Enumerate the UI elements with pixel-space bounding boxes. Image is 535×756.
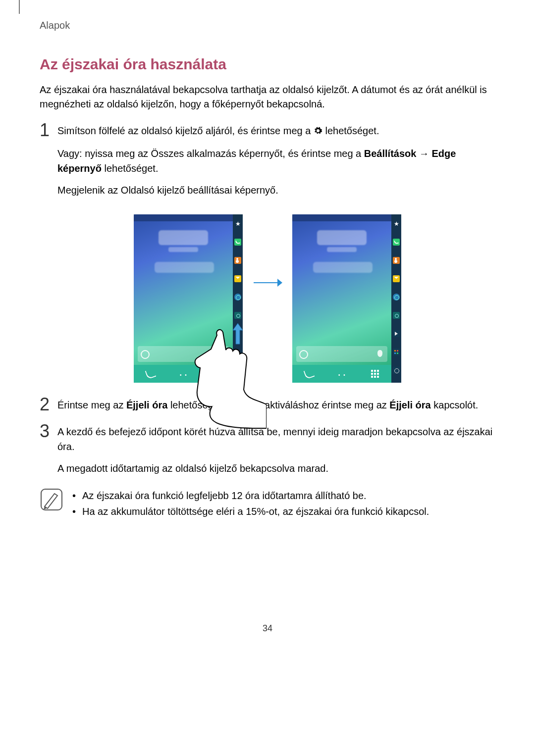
nav-dock bbox=[292, 365, 391, 383]
lockscreen-clock bbox=[317, 230, 367, 245]
contact-icon bbox=[234, 257, 241, 264]
step1-line2: Vagy: nyissa meg az Összes alkalmazás ké… bbox=[57, 146, 495, 176]
svg-point-0 bbox=[317, 130, 320, 132]
status-bar bbox=[292, 214, 391, 221]
step2-e: kapcsolót. bbox=[431, 400, 479, 410]
step2-d: Éjjeli óra bbox=[389, 400, 430, 410]
step-1: 1 Simítson fölfelé az oldalsó kijelző al… bbox=[40, 123, 495, 204]
contact-icon bbox=[393, 257, 400, 264]
transition-arrow-icon bbox=[253, 277, 282, 291]
lockscreen-weather bbox=[313, 262, 373, 273]
phone-before: ★ bbox=[134, 214, 243, 383]
intro-paragraph: Az éjszakai óra használatával bekapcsolv… bbox=[40, 83, 495, 111]
step1-line2c: → bbox=[416, 148, 431, 159]
note-list: • Az éjszakai óra funkció legfeljebb 12 … bbox=[72, 488, 429, 519]
mail-icon bbox=[393, 275, 400, 282]
play-icon bbox=[393, 330, 400, 337]
page-number: 34 bbox=[40, 623, 495, 634]
step1-line2e: lehetőséget. bbox=[102, 163, 159, 174]
step2-text: Érintse meg az Éjjeli óra lehetőséget, m… bbox=[57, 398, 495, 412]
breadcrumb: Alapok bbox=[40, 20, 495, 31]
step1-line1: Simítson fölfelé az oldalsó kijelző aljá… bbox=[57, 123, 495, 139]
section-title: Az éjszakai óra használata bbox=[40, 56, 495, 73]
dock-apps-icon bbox=[371, 370, 379, 378]
note-box: • Az éjszakai óra funkció legfeljebb 12 … bbox=[40, 488, 495, 519]
step-number: 2 bbox=[40, 396, 57, 413]
call-icon bbox=[234, 239, 241, 246]
step-number: 1 bbox=[40, 121, 57, 139]
bullet-icon: • bbox=[72, 488, 82, 504]
note-icon bbox=[40, 488, 63, 511]
note-item-2: • Ha az akkumulátor töltöttsége eléri a … bbox=[72, 504, 429, 519]
step3-p2: A megadott időtartamig az oldalsó kijelz… bbox=[57, 461, 495, 476]
step1-line2b: Beállítások bbox=[364, 148, 417, 159]
status-bar bbox=[134, 214, 233, 221]
step3-p1: A kezdő és befejező időpont körét húzva … bbox=[57, 424, 495, 454]
step1-line3: Megjelenik az Oldalsó kijelző beállítása… bbox=[57, 183, 495, 198]
step2-a: Érintse meg az bbox=[57, 400, 126, 410]
star-icon: ★ bbox=[393, 220, 400, 227]
step1-line1a: Simítson fölfelé az oldalsó kijelző aljá… bbox=[57, 125, 314, 136]
lockscreen-clock bbox=[159, 230, 208, 245]
camera-icon bbox=[234, 312, 241, 319]
lockscreen-date bbox=[168, 247, 198, 252]
step1-line1b: lehetőséget. bbox=[325, 125, 379, 136]
header-rule bbox=[19, 0, 20, 14]
dock-phone-icon bbox=[145, 368, 156, 379]
step1-line2a: Vagy: nyissa meg az Összes alkalmazás ké… bbox=[57, 148, 364, 159]
edge-panel-after: ★ bbox=[391, 214, 401, 383]
note-text-1: Az éjszakai óra funkció legfeljebb 12 ór… bbox=[82, 488, 367, 504]
gear-icon bbox=[314, 124, 322, 139]
step-3: 3 A kezdő és befejező időpont körét húzv… bbox=[40, 424, 495, 483]
mail-icon bbox=[234, 275, 241, 282]
figure-edge-swipe: ★ bbox=[40, 214, 495, 383]
hand-pointer-icon bbox=[182, 325, 267, 431]
camera-icon bbox=[393, 312, 400, 319]
note-text-2: Ha az akkumulátor töltöttsége eléri a 15… bbox=[82, 504, 429, 519]
apps-squares-icon bbox=[393, 349, 400, 355]
phone-after: ★ bbox=[292, 214, 401, 383]
lockscreen-weather bbox=[155, 262, 214, 273]
step-number: 3 bbox=[40, 422, 57, 440]
note-item-1: • Az éjszakai óra funkció legfeljebb 12 … bbox=[72, 488, 429, 504]
dock-phone-icon bbox=[303, 368, 315, 379]
gear-icon bbox=[393, 367, 400, 374]
step2-b: Éjjeli óra bbox=[126, 400, 167, 410]
globe-icon bbox=[234, 294, 241, 301]
dock-indicator-icon bbox=[338, 370, 346, 378]
call-icon bbox=[393, 239, 400, 246]
bullet-icon: • bbox=[72, 504, 82, 519]
star-icon: ★ bbox=[234, 220, 241, 227]
search-bar bbox=[296, 346, 387, 362]
globe-icon bbox=[393, 294, 400, 301]
lockscreen-date bbox=[327, 247, 357, 252]
step-2: 2 Érintse meg az Éjjeli óra lehetőséget,… bbox=[40, 398, 495, 419]
